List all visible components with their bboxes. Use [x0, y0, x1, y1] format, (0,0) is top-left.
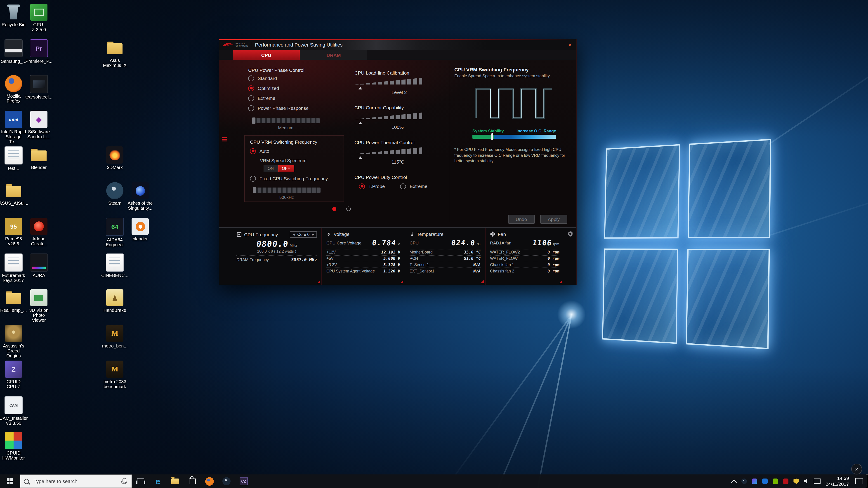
cpuz-app[interactable] [235, 475, 252, 488]
desktop-icon[interactable]: Adobe Creati... [26, 218, 52, 254]
slider-handle-icon[interactable] [252, 118, 255, 124]
radio-option[interactable]: T.Probe [359, 183, 385, 190]
corner-mark-icon [400, 280, 403, 283]
slider-handle-icon[interactable] [253, 187, 256, 193]
settings-gear-button[interactable] [567, 230, 574, 238]
desktop-icon-label: tearsofsteel... [25, 94, 53, 99]
desktop-icon[interactable]: CAM_Installer V3.3.50 [1, 396, 26, 432]
desktop-icon[interactable]: blender [127, 218, 153, 254]
vrm-fixed-radio[interactable]: Fixed CPU Switching Frequency [250, 174, 338, 183]
llc-slider[interactable] [354, 78, 422, 89]
desktop-icon[interactable]: 3DMark [102, 147, 127, 182]
voltage-section: Voltage CPU Core Voltage 0.784V +12V 12.… [321, 228, 405, 285]
page-dot-2[interactable] [346, 206, 351, 211]
radio-option[interactable]: Extreme [400, 183, 427, 190]
apply-button[interactable]: Apply [540, 215, 567, 224]
desktop-icon[interactable]: Blender [26, 147, 52, 182]
desktop-icon[interactable]: 3D Vision Photo Viewer [26, 289, 52, 325]
steam-app[interactable] [218, 475, 235, 488]
slider-marker-icon[interactable] [359, 85, 362, 90]
search-input[interactable] [33, 478, 120, 484]
sensor-row: Chassis fan 2 0 rpm [490, 268, 559, 274]
toggle-off-button[interactable]: OFF [278, 165, 294, 172]
vrm-frequency-slider[interactable] [253, 188, 320, 193]
power-phase-response-slider[interactable] [252, 118, 320, 123]
side-menu-button[interactable] [221, 135, 228, 144]
radio-option[interactable]: Optimized [248, 84, 350, 93]
window-titlebar[interactable]: REPUBLIC OF GAMERS Performance and Power… [219, 39, 577, 50]
firefox-app[interactable] [201, 475, 218, 488]
nvidia-tray-icon[interactable] [772, 475, 779, 488]
desktop-icon[interactable]: Samsung_... [1, 39, 26, 75]
slider-marker-icon[interactable] [359, 120, 362, 124]
radio-option[interactable]: Extreme [248, 94, 350, 103]
desktop-icon[interactable]: AIDA64 Engineer [102, 218, 127, 254]
desktop-icon[interactable]: CPUID HWMonitor [1, 432, 26, 468]
steam-tray-icon[interactable] [741, 475, 748, 488]
store-app[interactable] [184, 475, 201, 488]
desktop-icon[interactable]: CPUID CPU-Z [1, 361, 26, 396]
next-core-button[interactable] [312, 233, 314, 236]
desktop-icon[interactable]: test 1 [1, 147, 26, 182]
bluetooth-tray-icon[interactable] [761, 475, 769, 488]
desktop-icon[interactable]: RealTemp_... [1, 289, 26, 325]
close-button[interactable] [564, 39, 577, 50]
desktop-icon[interactable]: Assassin's Creed Origins [1, 325, 26, 361]
microphone-icon[interactable] [123, 478, 126, 483]
slider-handle-icon[interactable] [492, 133, 493, 140]
show-desktop-button[interactable] [866, 475, 868, 488]
action-center-button[interactable] [852, 475, 866, 488]
network-tray-icon[interactable] [813, 475, 820, 488]
taskbar-search[interactable] [20, 475, 132, 488]
hidden-icons-chevron[interactable] [730, 475, 737, 488]
tab-dram[interactable]: DRAM [300, 50, 367, 60]
taskview-button[interactable] [132, 475, 149, 488]
page-dot-1[interactable] [332, 207, 336, 211]
sensor-row: T_Sensor1 N/A [410, 261, 480, 268]
file-explorer-app[interactable] [166, 475, 184, 488]
toggle-on-button[interactable]: ON [264, 165, 278, 172]
desktop-icon[interactable]: metro 2033 benchmark [102, 361, 127, 396]
desktop-icon[interactable]: Intel® Rapid Storage Te... [1, 111, 26, 147]
tab-cpu[interactable]: CPU [233, 50, 300, 60]
desktop-icon[interactable]: Asus Maximus IX [102, 39, 127, 75]
overlay-close-button[interactable]: × [851, 464, 862, 475]
desktop-icon[interactable]: Mozilla Firefox [1, 75, 26, 111]
desktop-icon[interactable]: metro_ben... [102, 325, 127, 361]
start-button[interactable] [0, 475, 20, 488]
desktop-icon[interactable]: ASUS_AISui... [1, 182, 26, 218]
stability-legend: System Stability [472, 129, 504, 133]
desktop-icon-glyph [30, 39, 48, 57]
radio-option[interactable]: Power Phase Response [248, 103, 350, 112]
desktop-icon[interactable]: Prime95 v26.6 [1, 218, 26, 254]
radio-option[interactable]: Standard [248, 74, 350, 83]
undo-button[interactable]: Undo [508, 215, 535, 224]
desktop-icon-label: 3D Vision Photo Viewer [26, 308, 52, 323]
current-capability-slider[interactable] [354, 112, 422, 123]
desktop-icon[interactable]: SiSoftware Sandra Li... [26, 111, 52, 147]
desktop-icon[interactable]: tearsofsteel... [26, 75, 52, 111]
desktop-icon[interactable]: Premiere_P... [26, 39, 52, 75]
rog-tray-icon[interactable] [782, 475, 789, 488]
cam-tray-icon[interactable] [751, 475, 758, 488]
taskbar-clock[interactable]: 14:39 24/11/2017 [822, 475, 852, 487]
slider-marker-icon[interactable] [359, 155, 362, 159]
desktop-icon[interactable]: AURA [26, 254, 52, 289]
defender-tray-icon[interactable] [793, 475, 800, 488]
desktop-icon[interactable]: Futuremark keys 2017 [1, 254, 26, 289]
desktop-icon-glyph [131, 218, 149, 235]
desktop-icon[interactable]: Recycle Bin [1, 4, 26, 39]
clock-time: 14:39 [826, 475, 849, 481]
volume-tray-icon[interactable] [803, 475, 810, 488]
vrm-auto-radio[interactable]: Auto [250, 147, 338, 156]
prev-core-button[interactable] [292, 233, 295, 236]
desktop-icon[interactable]: Steam [102, 182, 127, 218]
thermal-control-slider[interactable] [354, 147, 422, 158]
desktop-icon[interactable]: GPU-Z.2.5.0 [26, 4, 52, 39]
desktop-icon[interactable]: Ashes of the Singularity... [127, 182, 153, 218]
desktop-icon[interactable]: CINEBENC... [102, 254, 127, 289]
spectrum-slider[interactable] [472, 135, 556, 139]
edge-app[interactable] [149, 475, 166, 488]
section-title: Temperature [417, 231, 443, 237]
desktop-icon[interactable]: HandBrake [102, 289, 127, 325]
